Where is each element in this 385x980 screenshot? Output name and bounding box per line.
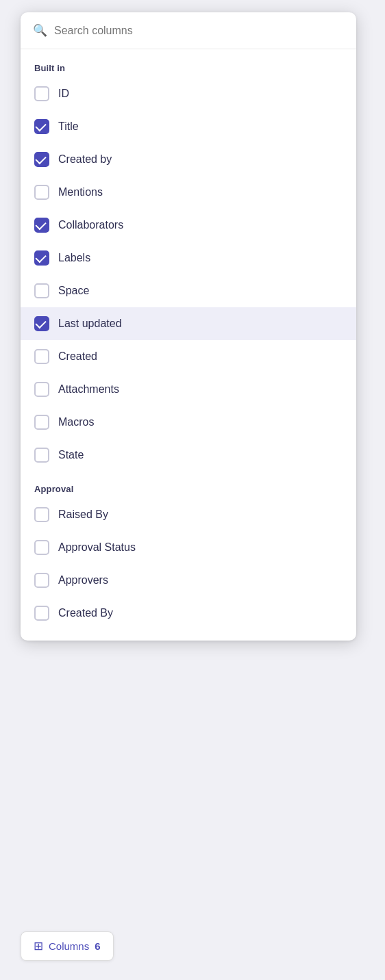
- checkbox-space[interactable]: [34, 283, 49, 298]
- columns-button[interactable]: ⊞ Columns 6: [21, 931, 114, 961]
- checkbox-created-by-approval[interactable]: [34, 606, 49, 621]
- label-labels: Labels: [58, 252, 90, 264]
- section-header-approval: Approval: [21, 477, 356, 498]
- label-title: Title: [58, 120, 79, 133]
- list-item-attachments[interactable]: Attachments: [21, 373, 356, 406]
- label-created-by-approval: Created By: [58, 607, 113, 619]
- section-header-built-in: Built in: [21, 56, 356, 77]
- label-created: Created: [58, 350, 97, 363]
- bottom-bar: ⊞ Columns 6: [21, 931, 114, 961]
- list-item-state[interactable]: State: [21, 439, 356, 472]
- label-macros: Macros: [58, 416, 94, 428]
- column-list-scroll[interactable]: Built inIDTitleCreated byMentionsCollabo…: [21, 49, 356, 641]
- search-bar: 🔍: [21, 12, 356, 49]
- list-item-id[interactable]: ID: [21, 77, 356, 110]
- list-item-space[interactable]: Space: [21, 274, 356, 307]
- label-approval-status: Approval Status: [58, 541, 136, 554]
- checkbox-id[interactable]: [34, 86, 49, 101]
- list-item-created[interactable]: Created: [21, 340, 356, 373]
- label-approvers: Approvers: [58, 574, 108, 586]
- checkbox-created[interactable]: [34, 349, 49, 364]
- list-item-macros[interactable]: Macros: [21, 406, 356, 439]
- checkbox-raised-by[interactable]: [34, 507, 49, 522]
- checkbox-title[interactable]: [34, 119, 49, 134]
- checkbox-mentions[interactable]: [34, 185, 49, 200]
- checkbox-macros[interactable]: [34, 415, 49, 430]
- label-space: Space: [58, 285, 89, 297]
- page-container: 🔍 Built inIDTitleCreated byMentionsColla…: [0, 0, 385, 980]
- section-gap: [21, 472, 356, 477]
- label-id: ID: [58, 88, 69, 100]
- search-icon: 🔍: [33, 23, 47, 38]
- checkbox-last-updated[interactable]: [34, 316, 49, 331]
- checkbox-approvers[interactable]: [34, 573, 49, 588]
- label-created-by: Created by: [58, 153, 112, 166]
- checkbox-attachments[interactable]: [34, 382, 49, 397]
- label-raised-by: Raised By: [58, 508, 108, 521]
- checkbox-approval-status[interactable]: [34, 540, 49, 555]
- columns-count: 6: [95, 940, 100, 952]
- list-item-raised-by[interactable]: Raised By: [21, 498, 356, 531]
- list-item-approval-status[interactable]: Approval Status: [21, 531, 356, 564]
- label-mentions: Mentions: [58, 186, 103, 198]
- list-item-collaborators[interactable]: Collaborators: [21, 209, 356, 242]
- list-item-mentions[interactable]: Mentions: [21, 176, 356, 209]
- list-item-title[interactable]: Title: [21, 110, 356, 143]
- label-collaborators: Collaborators: [58, 219, 123, 231]
- checkbox-state[interactable]: [34, 448, 49, 463]
- list-item-created-by[interactable]: Created by: [21, 143, 356, 176]
- checkbox-labels[interactable]: [34, 250, 49, 266]
- label-last-updated: Last updated: [58, 318, 122, 330]
- label-attachments: Attachments: [58, 383, 119, 396]
- label-state: State: [58, 449, 84, 461]
- list-item-last-updated[interactable]: Last updated: [21, 307, 356, 340]
- columns-label: Columns: [49, 940, 89, 952]
- checkbox-created-by[interactable]: [34, 152, 49, 167]
- list-item-labels[interactable]: Labels: [21, 242, 356, 274]
- list-item-approvers[interactable]: Approvers: [21, 564, 356, 597]
- columns-icon: ⊞: [34, 939, 43, 953]
- checkbox-collaborators[interactable]: [34, 218, 49, 233]
- search-input[interactable]: [54, 25, 344, 37]
- column-selector-dropdown: 🔍 Built inIDTitleCreated byMentionsColla…: [21, 12, 356, 641]
- list-item-created-by-approval[interactable]: Created By: [21, 597, 356, 630]
